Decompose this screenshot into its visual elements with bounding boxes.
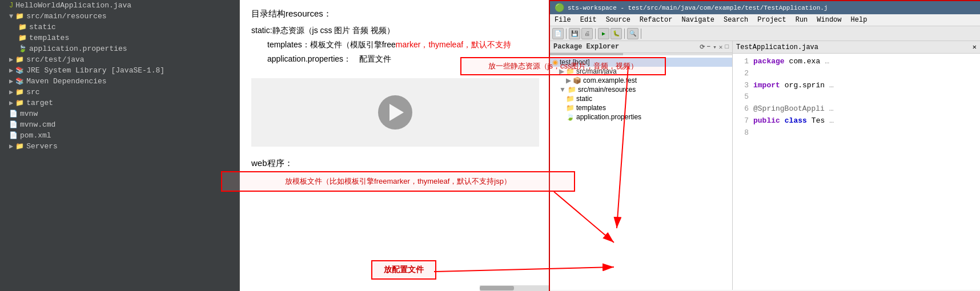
package-icon: 📦 — [573, 76, 581, 84]
properties-icon: 🍃 — [566, 113, 575, 121]
tree-item-mvnw[interactable]: 📄 mvnw — [0, 108, 239, 119]
line3: templates：模板文件（模版引擎freemarker，thymeleaf，… — [251, 38, 539, 52]
pe-item-label: templates — [576, 104, 606, 112]
tree-item-resources[interactable]: ▼ 📁 src/main/resources — [0, 11, 239, 22]
line2: static:静态资源（js css 图片 音频 视频） — [251, 23, 539, 38]
menu-file[interactable]: File — [550, 14, 576, 26]
folder-icon: 📁 — [568, 86, 576, 94]
pe-max-icon[interactable]: □ — [725, 43, 729, 51]
library-icon: 📚 — [15, 77, 24, 86]
xml-file-icon: 📄 — [9, 131, 18, 140]
toolbar-run[interactable]: ▶ — [598, 28, 609, 39]
expand-icon: ▶ — [9, 142, 13, 151]
project-tree-panel: J HelloWorldApplication.java ▼ 📁 src/mai… — [0, 0, 240, 291]
toolbar-separator3 — [624, 29, 625, 39]
tree-item-test-java[interactable]: ▶ 📁 src/test/java — [0, 54, 239, 65]
tree-item-servers[interactable]: ▶ 📁 Servers — [0, 141, 239, 152]
ide-panel: 🟢 sts-workspace - test/src/main/java/com… — [549, 0, 980, 291]
menu-run[interactable]: Run — [791, 14, 813, 26]
line1: 目录结构resources： — [251, 6, 539, 21]
eclipse-icon: 🟢 — [555, 3, 564, 13]
scrollbar-thumb[interactable] — [480, 286, 514, 290]
toolbar-new[interactable]: 📄 — [552, 28, 564, 39]
folder-icon: 📁 — [15, 55, 24, 64]
pe-header-icons: ⟳ − ▾ ✕ □ — [700, 43, 729, 51]
pe-item-appprops-r[interactable]: 🍃 application.properties — [550, 112, 732, 122]
tree-item-static[interactable]: 📁 static — [0, 22, 239, 33]
expand-icon: ▼ — [9, 13, 13, 21]
expand-icon: ▶ — [9, 77, 13, 86]
pe-item-label: com.example.test — [583, 76, 637, 84]
code-panel-close[interactable]: ✕ — [973, 43, 977, 51]
ide-menubar: File Edit Source Refactor Navigate Searc… — [550, 14, 980, 26]
expand-icon: ▶ — [9, 66, 13, 75]
annotation-templates: 放模板文件（比如模板引擎freemarker，thymeleaf，默认不支持js… — [221, 171, 575, 192]
expand-icon: ▼ — [559, 86, 566, 94]
play-triangle-icon — [389, 104, 404, 121]
library-icon: 📚 — [15, 66, 24, 75]
menu-edit[interactable]: Edit — [576, 14, 601, 26]
ide-titlebar: 🟢 sts-workspace - test/src/main/java/com… — [550, 1, 980, 14]
tree-item-application-properties[interactable]: 🍃 application.properties — [0, 43, 239, 54]
package-explorer: Package Explorer ⟳ − ▾ ✕ □ ◉ test [boot] — [550, 41, 733, 290]
code-content[interactable]: 1 package com.exa … 2 3 import org.sprin… — [733, 54, 980, 142]
expand-icon: ▶ — [9, 88, 13, 96]
menu-navigate[interactable]: Navigate — [677, 14, 719, 26]
code-line-3: 3 import org.sprin … — [737, 80, 975, 92]
menu-window[interactable]: Window — [812, 14, 846, 26]
pe-item-src-main-resources[interactable]: ▼ 📁 src/main/resources — [550, 85, 732, 94]
annotation-static-resources: 放一些静态资源（js，css图片，音频，视频） — [460, 57, 666, 75]
folder-icon: 📁 — [15, 88, 24, 96]
toolbar-separator4 — [641, 29, 641, 39]
toolbar-separator — [566, 29, 567, 39]
pe-menu-icon[interactable]: ▾ — [713, 43, 717, 51]
folder-icon: 📁 — [566, 95, 575, 103]
pe-item-templates-r[interactable]: 📁 templates — [550, 103, 732, 112]
toolbar-save[interactable]: 💾 — [569, 28, 580, 39]
folder-icon: 📁 — [15, 12, 24, 21]
expand-icon: ▶ — [566, 76, 571, 84]
tree-item-helloworldapp[interactable]: J HelloWorldApplication.java — [0, 0, 239, 11]
menu-search[interactable]: Search — [719, 14, 753, 26]
toolbar-search[interactable]: 🔍 — [627, 28, 638, 39]
pe-item-com-example-test[interactable]: ▶ 📦 com.example.test — [550, 76, 732, 85]
pe-item-label: application.properties — [576, 113, 641, 121]
menu-project[interactable]: Project — [753, 14, 790, 26]
tree-item-target[interactable]: ▶ 📁 target — [0, 98, 239, 108]
pe-scrollbar-thumb — [550, 53, 623, 55]
pe-sync-icon[interactable]: ⟳ — [700, 43, 705, 51]
pe-item-static-r[interactable]: 📁 static — [550, 94, 732, 103]
package-explorer-header: Package Explorer ⟳ − ▾ ✕ □ — [550, 41, 732, 53]
code-panel-header: TestApplication.java ✕ — [733, 41, 980, 54]
pe-close-icon[interactable]: ✕ — [719, 43, 723, 51]
video-player[interactable] — [251, 78, 539, 147]
folder-icon: 📁 — [15, 99, 24, 107]
menu-help[interactable]: Help — [846, 14, 872, 26]
toolbar-debug[interactable]: 🐛 — [611, 28, 622, 39]
tree-item-maven-deps[interactable]: ▶ 📚 Maven Dependencies — [0, 76, 239, 87]
tree-item-templates[interactable]: 📁 templates — [0, 33, 239, 43]
pe-collapse-icon[interactable]: − — [707, 43, 711, 51]
code-line-8: 8 — [737, 127, 975, 139]
java-file-icon: J — [9, 2, 13, 10]
tree-item-pom-xml[interactable]: 📄 pom.xml — [0, 130, 239, 141]
code-line-1: 1 package com.exa … — [737, 56, 975, 68]
toolbar-separator2 — [595, 29, 596, 39]
menu-source[interactable]: Source — [601, 14, 635, 26]
code-panel: TestApplication.java ✕ 1 package com.exa… — [733, 41, 980, 290]
server-folder-icon: 📁 — [15, 142, 24, 151]
pe-scrollbar-indicator — [550, 53, 732, 55]
file-icon: 📄 — [9, 110, 18, 118]
play-button[interactable] — [378, 95, 412, 130]
main-content-area: 目录结构resources： static:静态资源（js css 图片 音频 … — [240, 0, 551, 291]
code-line-7: 7 public class Tes … — [737, 115, 975, 127]
tree-item-jre[interactable]: ▶ 📚 JRE System Library [JavaSE-1.8] — [0, 65, 239, 76]
folder-icon: 📁 — [18, 34, 27, 42]
tree-item-src[interactable]: ▶ 📁 src — [0, 87, 239, 98]
toolbar-print[interactable]: 🖨 — [581, 28, 593, 39]
tree-item-mvnw-cmd[interactable]: 📄 mvnw.cmd — [0, 119, 239, 130]
folder-icon: 📁 — [18, 23, 27, 31]
pe-item-label: src/main/resources — [578, 86, 636, 94]
menu-refactor[interactable]: Refactor — [635, 14, 677, 26]
expand-icon: ▶ — [9, 55, 13, 64]
